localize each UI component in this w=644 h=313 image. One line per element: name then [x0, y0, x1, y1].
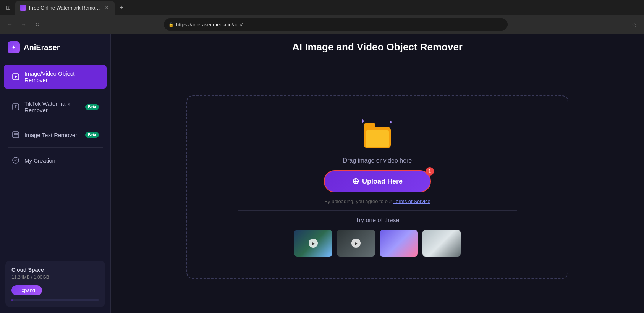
sidebar-item-image-text[interactable]: Image Text Remover Beta [4, 125, 107, 144]
sidebar-item-image-text-label: Image Text Remover [24, 132, 81, 138]
upload-button[interactable]: ⊕ Upload Here [324, 170, 431, 192]
sample-thumb-1[interactable] [294, 230, 332, 257]
sidebar-item-tiktok-label: TikTok Watermark Remover [24, 100, 81, 113]
sample-images [294, 230, 461, 257]
upload-icon [11, 103, 20, 111]
sidebar-nav: Image/Video Object Remover TikTok Waterm… [0, 61, 110, 255]
thumb-bg-3 [380, 230, 418, 257]
logo-icon [8, 41, 20, 53]
cloud-space-footer: Expand [11, 285, 99, 295]
logo-text: AniEraser [24, 43, 60, 52]
cloud-space-card: Cloud Space 11.24MB / 1.00GB Expand [5, 261, 105, 307]
upload-button-wrapper: ⊕ Upload Here 1 [324, 170, 431, 192]
main-content: AI Image and Video Object Remover ✦ ✦ · … [111, 34, 644, 313]
image-text-beta-badge: Beta [85, 132, 99, 138]
nav-divider-1 [8, 92, 103, 92]
thumb-bg-2 [337, 230, 375, 257]
divider-line [238, 210, 518, 211]
text-remover-icon [11, 131, 20, 139]
upload-zone[interactable]: ✦ ✦ · Drag image or video here ⊕ Upload … [186, 95, 568, 279]
sidebar-item-my-creation-label: My Creation [24, 157, 99, 164]
page-title: AI Image and Video Object Remover [292, 41, 463, 53]
sidebar-item-image-video[interactable]: Image/Video Object Remover [4, 65, 107, 89]
sample-thumb-3[interactable] [380, 230, 418, 257]
nav-divider-2 [8, 122, 103, 122]
folder-illustration: ✦ ✦ · [360, 118, 395, 148]
sidebar-bottom: Cloud Space 11.24MB / 1.00GB Expand [0, 255, 110, 313]
sidebar: AniEraser Image/Video Object Remover [0, 34, 111, 313]
browser-toolbar: ← → ↻ 🔒 https://anieraser.media.io/app/ … [0, 15, 644, 34]
back-button[interactable]: ← [5, 19, 15, 30]
progress-bar-fill [11, 299, 13, 301]
upload-area: ✦ ✦ · Drag image or video here ⊕ Upload … [111, 61, 644, 313]
notification-badge: 1 [426, 167, 434, 176]
forward-button[interactable]: → [18, 19, 29, 30]
folder-front [366, 130, 389, 147]
upload-plus-icon: ⊕ [352, 176, 359, 186]
main-header: AI Image and Video Object Remover [111, 34, 644, 61]
cloud-space-storage: 11.24MB / 1.00GB [11, 274, 99, 280]
sidebar-item-my-creation[interactable]: My Creation [4, 151, 107, 170]
my-creation-icon [11, 156, 20, 165]
upload-button-label: Upload Here [362, 177, 403, 186]
svg-marker-1 [15, 75, 17, 78]
sample-thumb-4[interactable] [422, 230, 461, 257]
sidebar-item-image-video-label: Image/Video Object Remover [24, 70, 99, 83]
terms-of-service-link[interactable]: Terms of Service [393, 198, 430, 204]
sparkle-icon-2: ✦ [389, 119, 393, 125]
thumb-bg-1 [294, 230, 332, 257]
app-container: AniEraser Image/Video Object Remover [0, 34, 644, 313]
tab-favicon [20, 5, 26, 11]
sparkle-icon-3: · [393, 144, 395, 148]
tab-switcher[interactable]: ⊞ [3, 2, 14, 13]
browser-tabs: ⊞ Free Online Watermark Remove ✕ + [0, 0, 644, 15]
terms-text: By uploading, you agree to our Terms of … [324, 198, 430, 204]
address-bar[interactable]: 🔒 https://anieraser.media.io/app/ [164, 18, 508, 31]
sample-thumb-2[interactable] [337, 230, 375, 257]
sidebar-item-tiktok[interactable]: TikTok Watermark Remover Beta [4, 95, 107, 119]
thumb-bg-4 [422, 230, 461, 257]
refresh-button[interactable]: ↻ [32, 19, 43, 30]
security-icon: 🔒 [168, 22, 174, 27]
browser-tab-active[interactable]: Free Online Watermark Remove ✕ [15, 1, 115, 15]
play-icon-1 [309, 239, 318, 248]
bookmark-button[interactable]: ☆ [629, 19, 639, 30]
try-one-label: Try one of these [355, 217, 399, 224]
expand-button[interactable]: Expand [11, 285, 42, 295]
new-tab-button[interactable]: + [116, 2, 127, 13]
play-icon-2 [351, 239, 361, 248]
nav-divider-3 [8, 147, 103, 148]
browser-chrome: ⊞ Free Online Watermark Remove ✕ + ← → ↻… [0, 0, 644, 34]
tab-close-button[interactable]: ✕ [103, 4, 110, 11]
tiktok-beta-badge: Beta [85, 104, 99, 110]
progress-bar-background [11, 299, 99, 301]
play-icon [11, 73, 20, 81]
drag-drop-text: Drag image or video here [343, 157, 412, 164]
sidebar-logo: AniEraser [0, 34, 110, 61]
cloud-space-title: Cloud Space [11, 267, 99, 273]
tab-title: Free Online Watermark Remove [29, 5, 100, 11]
url-display: https://anieraser.media.io/app/ [176, 22, 503, 27]
